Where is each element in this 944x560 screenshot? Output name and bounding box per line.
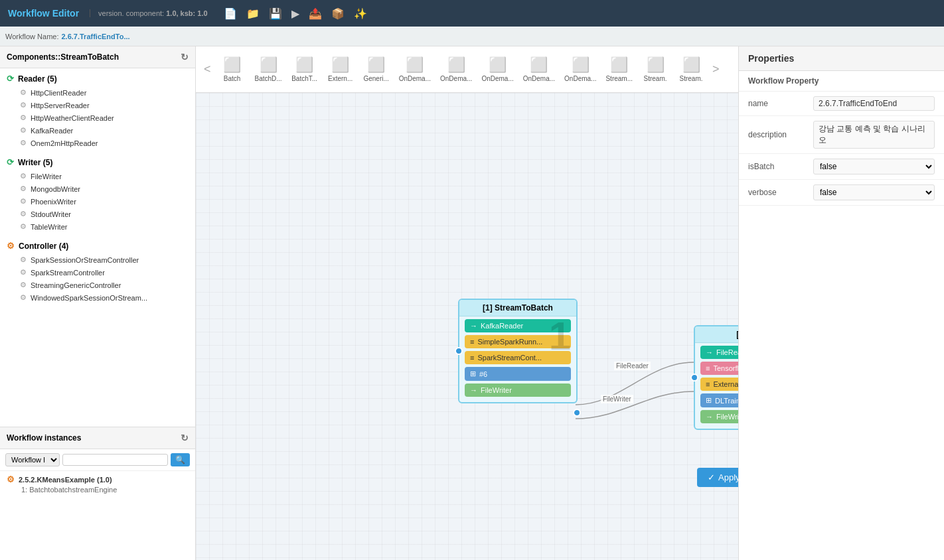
list-item[interactable]: ⚙StreamingGenericController	[0, 279, 195, 291]
toolbar-batcht[interactable]: ⬜ BatchT...	[287, 54, 322, 85]
node2-item-externalanalysi[interactable]: ≡ ExternalAnalysi...	[700, 378, 738, 391]
version-info: version. component: 1.0, ksb: 1.0	[90, 9, 208, 17]
toolbar-ondema1[interactable]: ⬜ OnDema...	[395, 54, 435, 85]
batchd-icon: ⬜	[260, 56, 277, 74]
toolbar-extern[interactable]: ⬜ Extern...	[323, 54, 358, 85]
file-icon[interactable]: 📄	[224, 7, 237, 20]
cog-icon: ⚙	[20, 210, 27, 218]
node1-item-kafkareader[interactable]: → KafkaReader	[465, 319, 571, 332]
workflow-node-2[interactable]: [2] Batch → FileReader ≡ TensorflowRunne…	[694, 325, 738, 430]
upload-icon[interactable]: 📤	[309, 7, 322, 20]
prop-value-verbose[interactable]: false true	[813, 184, 935, 200]
list-icon: ≡	[470, 354, 474, 362]
toolbar-ondema2[interactable]: ⬜ OnDema...	[436, 54, 476, 85]
list-item[interactable]: ⚙SparkSessionOrStreamController	[0, 253, 195, 266]
node2-connector-left[interactable]	[690, 374, 698, 382]
controller-group: ⚙ Controller (4) ⚙SparkSessionOrStreamCo…	[0, 236, 195, 307]
save-icon[interactable]: 💾	[269, 7, 282, 20]
reader-group: ⟳ Reader (5) ⚙HttpClientReader ⚙HttpServ…	[0, 68, 195, 152]
list-item[interactable]: ⚙PhoenixWriter	[0, 195, 195, 208]
list-item[interactable]: ⚙FileWriter	[0, 170, 195, 182]
app-title: Workflow Editor	[8, 8, 79, 19]
node1-item-filewriter[interactable]: → FileWriter	[465, 384, 571, 397]
workflow-instances-panel: Workflow instances ↻ Workflow I 🔍 ⚙ 2.5.…	[0, 427, 195, 560]
node1-connector-left[interactable]	[455, 347, 463, 355]
toolbar-stream3[interactable]: ⬜ Stream.	[674, 54, 708, 85]
workflow-name-bar: Workflow Name: 2.6.7.TrafficEndTo...	[0, 27, 944, 46]
extern-icon: ⬜	[331, 56, 349, 74]
instances-search-button[interactable]: 🔍	[171, 453, 190, 466]
toolbar-stream2[interactable]: ⬜ Stream.	[638, 54, 672, 85]
list-item[interactable]: ⚙MongodbWriter	[0, 182, 195, 195]
instances-filter-select[interactable]: Workflow I	[5, 453, 60, 466]
list-item[interactable]: ⚙KafkaReader	[0, 124, 195, 137]
node1-item-hash6[interactable]: ⊞ #6	[465, 367, 571, 381]
folder-icon[interactable]: 📁	[246, 7, 260, 20]
toolbar-ondema4[interactable]: ⬜ OnDema...	[519, 54, 559, 85]
writer-icon: ⟳	[7, 157, 14, 167]
prop-value-description: 강남 교통 예측 및 학습 시나리오	[813, 121, 935, 149]
workflow-canvas[interactable]: FileReader FileWriter [1] StreamToBatch …	[196, 93, 738, 560]
node2-item-tensorflowrunne[interactable]: ≡ TensorflowRunne...	[700, 362, 738, 375]
cog-icon: ⚙	[20, 88, 27, 97]
components-title: Components::StreamToBatch	[7, 52, 119, 62]
cog-icon: ⚙	[20, 255, 27, 264]
instances-search-input[interactable]	[62, 454, 168, 466]
toolbar-nav-left[interactable]: <	[201, 62, 214, 76]
cog-icon: ⚙	[20, 101, 27, 109]
node2-item-filereader[interactable]: → FileReader	[700, 346, 738, 359]
node2-item-filewriter[interactable]: → FileWriter	[700, 410, 738, 423]
reader-icon: ⟳	[7, 74, 14, 84]
controller-icon: ⚙	[7, 241, 15, 251]
play-icon[interactable]: ▶	[291, 7, 299, 20]
node2-title: [2] Batch	[695, 326, 738, 343]
sparkle-icon[interactable]: ✨	[354, 7, 367, 20]
prop-value-isbatch[interactable]: false true	[813, 159, 935, 175]
list-item[interactable]: ⚙HttpServerReader	[0, 99, 195, 111]
controller-group-header[interactable]: ⚙ Controller (4)	[0, 238, 195, 253]
list-item[interactable]: ⚙HttpWeatherClientReader	[0, 111, 195, 124]
property-row-name: name 2.6.7.TrafficEndToEnd	[739, 92, 944, 116]
node1-item-sparkstreamcont[interactable]: ≡ SparkStreamCont...	[465, 351, 571, 364]
reader-group-header[interactable]: ⟳ Reader (5)	[0, 71, 195, 86]
batcht-icon: ⬜	[295, 56, 313, 74]
writer-group-header[interactable]: ⟳ Writer (5)	[0, 155, 195, 170]
toolbar-ondema3[interactable]: ⬜ OnDema...	[477, 54, 517, 85]
app-header: Workflow Editor version. component: 1.0,…	[0, 0, 944, 27]
list-item[interactable]: ⚙ 2.5.2.KMeansExample (1.0) 1: Batchtoba…	[0, 471, 195, 497]
prop-label-verbose: verbose	[748, 188, 808, 197]
list-item[interactable]: ⚙TableWriter	[0, 220, 195, 233]
list-icon: ≡	[470, 338, 474, 346]
app-title-prefix: Workflow	[8, 8, 50, 19]
node2-item-dltrainoperator[interactable]: ⊞ DLTrainOperator	[700, 393, 738, 407]
export-icon[interactable]: 📦	[331, 7, 345, 20]
list-item[interactable]: ⚙StdoutWriter	[0, 208, 195, 220]
checkmark-icon: ✓	[708, 472, 715, 482]
list-item[interactable]: ⚙SparkStreamController	[0, 266, 195, 279]
toolbar-ondema5[interactable]: ⬜ OnDema...	[560, 54, 600, 85]
toolbar-stream1[interactable]: ⬜ Stream...	[601, 54, 637, 85]
filewriter-connection-label: FileWriter	[601, 395, 633, 403]
workflow-name-label: Workflow Name:	[5, 33, 58, 40]
node1-item-simplesparkrunn[interactable]: ≡ SimpleSparkRunn...	[465, 335, 571, 348]
workflow-instances-title: Workflow instances	[7, 433, 81, 443]
prop-label-name: name	[748, 99, 808, 108]
cog-icon: ⚙	[20, 126, 27, 135]
workflow-node-1[interactable]: [1] StreamToBatch → KafkaReader ≡ Simple…	[458, 299, 578, 403]
controller-group-label: Controller (4)	[19, 242, 68, 251]
instances-refresh-icon[interactable]: ↻	[181, 433, 189, 443]
list-item[interactable]: ⚙HttpClientReader	[0, 86, 195, 99]
toolbar-batch[interactable]: ⬜ Batch	[215, 54, 250, 85]
components-header: Components::StreamToBatch ↻	[0, 46, 195, 68]
toolbar-nav-right[interactable]: >	[710, 62, 722, 76]
list-item[interactable]: ⚙WindowedSparkSessionOrStream...	[0, 291, 195, 304]
cog-icon: ⚙	[20, 281, 27, 289]
components-refresh-icon[interactable]: ↻	[181, 52, 189, 62]
toolbar-generi[interactable]: ⬜ Generi...	[359, 54, 394, 85]
toolbar-batchd[interactable]: ⬜ BatchD...	[251, 54, 286, 85]
node1-connector-right[interactable]	[573, 409, 581, 417]
main-layout: Components::StreamToBatch ↻ ⟳ Reader (5)…	[0, 46, 944, 560]
apply-button[interactable]: ✓ Apply	[697, 468, 738, 487]
list-item[interactable]: ⚙Onem2mHttpReader	[0, 137, 195, 149]
components-section: Components::StreamToBatch ↻ ⟳ Reader (5)…	[0, 46, 195, 427]
